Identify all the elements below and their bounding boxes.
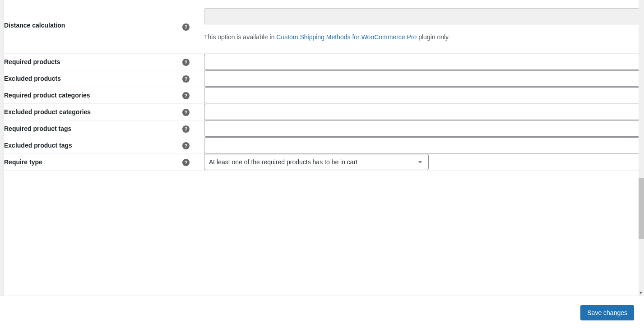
scrollbar-track[interactable]	[639, 0, 644, 296]
row-excluded-product-categories: Excluded product categories ?	[4, 104, 640, 120]
label-excluded-products: Excluded products	[4, 70, 182, 87]
help-icon[interactable]: ?	[182, 75, 190, 83]
settings-form-table: Distance calculation ? This option is av…	[4, 0, 640, 171]
row-required-product-tags: Required product tags ?	[4, 120, 640, 137]
settings-panel: Distance calculation ? This option is av…	[4, 0, 640, 296]
row-required-product-categories: Required product categories ?	[4, 87, 640, 104]
help-icon[interactable]: ?	[182, 92, 190, 99]
link-pro-plugin[interactable]: Custom Shipping Methods for WooCommerce …	[276, 33, 417, 41]
row-excluded-product-tags: Excluded product tags ?	[4, 137, 640, 154]
input-excluded-product-tags[interactable]	[204, 137, 640, 153]
helper-text-distance: This option is available in Custom Shipp…	[204, 33, 640, 41]
label-required-products: Required products	[4, 54, 182, 70]
row-require-type: Require type ? At least one of the requi…	[4, 154, 640, 171]
help-icon[interactable]: ?	[182, 23, 190, 31]
footer-bar: Save changes	[0, 296, 644, 329]
scrollbar-thumb[interactable]	[639, 178, 644, 239]
select-require-type[interactable]: At least one of the required products ha…	[204, 154, 429, 170]
label-excluded-product-categories: Excluded product categories	[4, 104, 182, 120]
label-required-product-categories: Required product categories	[4, 87, 182, 104]
help-icon[interactable]: ?	[182, 125, 190, 133]
label-required-product-tags: Required product tags	[4, 120, 182, 137]
input-required-product-tags[interactable]	[204, 120, 640, 137]
help-icon[interactable]: ?	[182, 59, 190, 66]
help-icon[interactable]: ?	[182, 142, 190, 149]
input-required-products[interactable]	[204, 54, 640, 70]
scroll-arrow-down-icon[interactable]: ▼	[638, 290, 644, 296]
label-excluded-product-tags: Excluded product tags	[4, 137, 182, 154]
save-button[interactable]: Save changes	[580, 305, 634, 320]
row-excluded-products: Excluded products ?	[4, 70, 640, 87]
help-icon[interactable]: ?	[182, 109, 190, 116]
row-distance-calculation: Distance calculation ? This option is av…	[4, 0, 640, 54]
label-require-type: Require type	[4, 154, 182, 171]
input-excluded-products[interactable]	[204, 70, 640, 87]
label-distance-calculation: Distance calculation	[4, 0, 182, 54]
helper-prefix: This option is available in	[204, 33, 276, 41]
helper-suffix: plugin only.	[417, 33, 450, 41]
input-distance-calculation	[204, 8, 640, 24]
row-required-products: Required products ?	[4, 54, 640, 70]
input-required-product-categories[interactable]	[204, 87, 640, 103]
help-icon[interactable]: ?	[182, 159, 190, 166]
input-excluded-product-categories[interactable]	[204, 104, 640, 120]
